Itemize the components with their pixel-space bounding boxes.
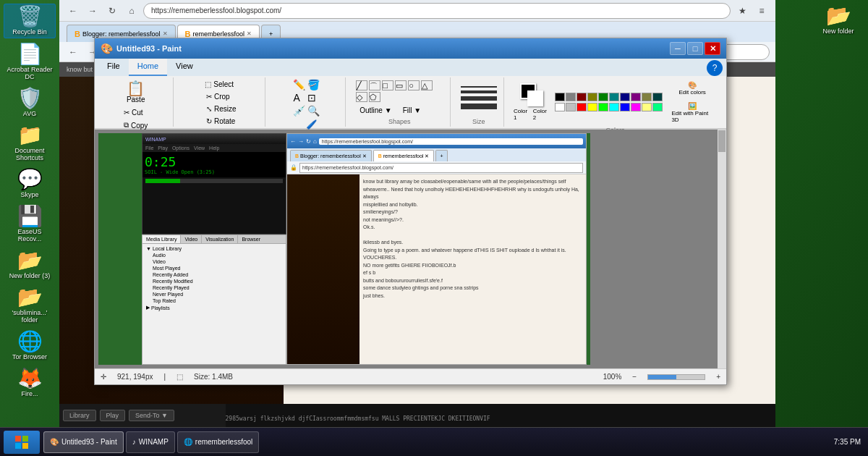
taskbar-paint[interactable]: 🎨 Untitled93 - Paint: [43, 431, 124, 453]
inner-lib-tabs: Media Library Video Visualization Browse…: [142, 235, 286, 244]
desktop-icon-tor[interactable]: 🌐 Tor Browser: [4, 329, 56, 363]
size-4[interactable]: [461, 104, 497, 109]
swatch-red[interactable]: [576, 103, 587, 111]
play-button[interactable]: Play: [100, 410, 126, 421]
tab-home[interactable]: Home: [129, 59, 167, 76]
pentagon-shape[interactable]: ⬠: [369, 92, 380, 102]
tab-file[interactable]: File: [98, 59, 129, 76]
taskbar-browser-icon: 🌐: [184, 438, 192, 446]
edit-colors-button[interactable]: 🎨 Edit colors: [668, 79, 717, 98]
rememberlessfool-tab-close[interactable]: ✕: [247, 30, 252, 37]
triangle-shape[interactable]: △: [421, 80, 433, 90]
pencil-tool[interactable]: ✏️: [293, 79, 306, 90]
outline-button[interactable]: Outline ▼: [356, 105, 395, 116]
resize-button[interactable]: ⤡ Resize: [203, 104, 240, 114]
swatch-darkred[interactable]: [576, 93, 587, 101]
crop-button[interactable]: ✂ Crop: [203, 91, 240, 102]
eraser-tool[interactable]: ⊡: [307, 92, 320, 104]
swatch-purple[interactable]: [631, 93, 641, 101]
taskbar-browser[interactable]: 🌐 rememberlessfool: [177, 431, 259, 453]
size-content: [459, 79, 498, 117]
color2-box[interactable]: [527, 90, 543, 106]
fill-tool[interactable]: 🪣: [307, 79, 320, 90]
star-button[interactable]: ★: [734, 3, 750, 19]
second-back-button[interactable]: ←: [65, 44, 81, 60]
paste-button[interactable]: 📋 Paste: [119, 79, 152, 106]
zoom-slider[interactable]: [647, 374, 705, 380]
tab-view[interactable]: View: [167, 59, 202, 76]
swatch-yellow[interactable]: [587, 103, 597, 111]
swatch-blue[interactable]: [620, 103, 630, 111]
swatch-army[interactable]: [642, 93, 652, 101]
swatch-navy[interactable]: [620, 93, 630, 101]
help-button[interactable]: ?: [707, 60, 723, 76]
swatch-teal[interactable]: [609, 93, 619, 101]
rect-shape[interactable]: □: [382, 80, 393, 90]
doc-shortcuts-label: Document Shortcuts: [6, 147, 54, 161]
fill-button[interactable]: Fill ▼: [399, 105, 425, 116]
desktop-icon-acrobat[interactable]: 📄 Acrobat Reader DC: [4, 42, 56, 83]
swatch-olive[interactable]: [587, 93, 597, 101]
taskbar-winamp[interactable]: ♪ WINAMP: [126, 431, 175, 453]
wm-view: View: [194, 145, 205, 151]
scrollbar-thumb[interactable]: [718, 130, 726, 152]
paint3d-button[interactable]: 🖼️ Edit with Paint 3D: [668, 100, 717, 125]
desktop-icon-doc-shortcuts[interactable]: 📁 Document Shortcuts: [4, 123, 56, 164]
size-2[interactable]: [461, 90, 497, 93]
close-button[interactable]: ✕: [705, 42, 720, 55]
desktop-icon-skype[interactable]: 💬 Skype: [4, 167, 56, 200]
swatch-silver[interactable]: [566, 103, 576, 111]
text-tool[interactable]: A: [293, 92, 306, 104]
blogger-tab-close[interactable]: ✕: [163, 30, 168, 37]
desktop-icon-new-folder[interactable]: 📂 New folder: [812, 4, 864, 35]
minimize-button[interactable]: ─: [670, 42, 686, 55]
send-to-button[interactable]: Send-To ▼: [129, 410, 174, 421]
desktop-icon-new-folder-3[interactable]: 📂 New folder (3): [4, 248, 56, 282]
swatch-black[interactable]: [555, 93, 565, 101]
select-button[interactable]: ⬚ Select: [201, 79, 237, 90]
menu-button[interactable]: ≡: [754, 3, 770, 19]
rotate-button[interactable]: ↻ Rotate: [203, 116, 240, 127]
acrobat-icon: 📄: [17, 44, 43, 64]
desktop-icon-easeus[interactable]: 💾 EaseUS Recov...: [4, 204, 56, 245]
back-button[interactable]: ←: [65, 3, 81, 19]
ellipse-shape[interactable]: ○: [408, 80, 420, 90]
zoom-in-button[interactable]: +: [716, 373, 720, 381]
desktop-icon-avg[interactable]: 🛡️ AVG: [4, 86, 56, 119]
swatch-magenta[interactable]: [631, 103, 641, 111]
library-button[interactable]: Library: [63, 410, 96, 421]
desktop-icon-sublimina[interactable]: 📂 'sublimina...' folder: [4, 285, 56, 326]
desktop: 🗑️ Recycle Bin 📄 Acrobat Reader DC 🛡️ AV…: [0, 0, 868, 456]
swatch-cyan[interactable]: [609, 103, 619, 111]
refresh-button[interactable]: ↻: [104, 3, 120, 19]
forward-button[interactable]: →: [85, 3, 101, 19]
home-button[interactable]: ⌂: [124, 3, 140, 19]
vertical-scrollbar[interactable]: [718, 130, 726, 368]
swatch-lime[interactable]: [598, 103, 608, 111]
swatch-gray[interactable]: [566, 93, 576, 101]
address-bar[interactable]: https://rememeberlessfool.blogspot.com/: [143, 3, 731, 19]
swatch-springgreen[interactable]: [652, 103, 663, 111]
swatch-white[interactable]: [555, 103, 565, 111]
swatch-darkteal[interactable]: [652, 93, 663, 101]
maximize-button[interactable]: □: [687, 42, 703, 55]
picker-tool[interactable]: 💉: [293, 105, 306, 117]
magnify-tool[interactable]: 🔍: [307, 105, 320, 117]
desktop-icon-firefox[interactable]: 🦊 Fire...: [4, 366, 56, 400]
cut-button[interactable]: ✂ Cut: [120, 107, 151, 118]
taskbar-items: 🎨 Untitled93 - Paint ♪ WINAMP 🌐 remember…: [43, 431, 834, 453]
line-shape[interactable]: ╱: [356, 80, 367, 90]
desktop-icon-recycle-bin[interactable]: 🗑️ Recycle Bin: [4, 4, 56, 38]
zoom-out-button[interactable]: −: [632, 373, 637, 381]
round-rect-shape[interactable]: ▭: [395, 80, 407, 90]
swatch-lightyellow[interactable]: [642, 103, 652, 111]
swatch-green[interactable]: [598, 93, 608, 101]
status-zoom-level: 100%: [603, 373, 622, 381]
shapes-grid: ╱ ⌒ □ ▭ ○ △ ◇ ⬠: [356, 80, 443, 102]
start-button[interactable]: [4, 431, 40, 454]
paint-canvas-area[interactable]: WINAMP File Play Options View Help 0:25 …: [95, 130, 726, 368]
diamond-shape[interactable]: ◇: [356, 92, 367, 102]
size-3[interactable]: [461, 96, 497, 101]
curve-shape[interactable]: ⌒: [369, 80, 380, 90]
size-1[interactable]: [461, 86, 497, 88]
